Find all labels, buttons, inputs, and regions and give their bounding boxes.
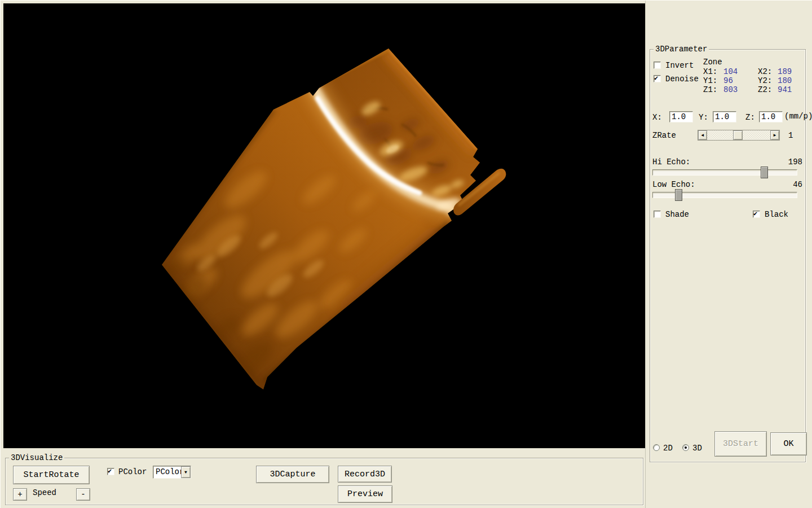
zone-y1-label: Y1: [703,76,717,85]
invert-label: Invert [665,61,694,70]
zrate-value: 1 [788,131,793,140]
capture3d-button[interactable]: 3DCapture [256,466,329,483]
mode-2d-radio[interactable] [653,444,660,451]
pcolor-checkbox[interactable] [107,468,114,475]
scale-x-label: X: [652,113,662,122]
hi-echo-slider[interactable] [652,165,797,180]
hi-echo-track[interactable] [652,169,797,176]
combo-dropdown-arrow-icon[interactable]: ▼ [181,466,191,478]
preview-button[interactable]: Preview [338,485,392,503]
low-echo-thumb[interactable] [675,189,682,201]
low-echo-slider[interactable] [652,188,797,203]
mode-2d-label: 2D [663,444,673,453]
zone-y2-label: Y2: [758,76,772,85]
application-window: 3DParameter Invert Denoise Zone X1: 104 … [0,0,812,508]
zone-x1-value: 104 [723,67,738,76]
denoise-checkbox[interactable] [654,75,661,82]
start-rotate-button[interactable]: StartRotate [13,466,90,484]
zone-title: Zone [703,58,722,67]
visualize-groupbox: 3DVisualize StartRotate PColor PColor ▼ … [5,458,643,505]
zrate-scrollbar[interactable]: ◄ ► [698,130,780,141]
zrate-track[interactable] [707,130,770,140]
scale-z-label: Z: [745,113,755,122]
zone-x2-value: 189 [778,67,792,76]
panel-divider [645,1,647,508]
ok-button[interactable]: OK [770,432,807,456]
pcolor-combobox[interactable]: PColor ▼ [153,466,191,479]
speed-plus-button[interactable]: + [13,488,27,501]
scale-y-label: Y: [699,113,708,122]
zone-y2-value: 180 [778,76,792,85]
zone-x2-label: X2: [758,67,772,76]
shade-checkbox[interactable] [654,211,661,218]
zrate-left-arrow-icon[interactable]: ◄ [698,130,707,140]
speed-label: Speed [33,488,56,497]
zrate-label: ZRate [652,131,676,140]
scale-x-input[interactable] [669,111,693,122]
parameter-groupbox: 3DParameter Invert Denoise Zone X1: 104 … [650,49,806,462]
pcolor-combo-value: PColor [153,466,181,478]
start3d-button[interactable]: 3DStart [714,431,767,457]
invert-checkbox[interactable] [654,62,661,69]
zone-z2-label: Z2: [758,85,772,94]
record3d-button[interactable]: Record3D [338,466,392,483]
speed-minus-button[interactable]: - [76,488,90,501]
scale-y-input[interactable] [713,111,736,122]
scale-unit-label: (mm/p) [784,112,812,121]
ultrasound-volume-image [3,3,645,448]
shade-label: Shade [665,210,689,219]
zrate-thumb[interactable] [733,130,743,140]
pcolor-label: PColor [118,467,147,476]
denoise-label: Denoise [665,75,699,84]
render-viewport[interactable] [3,3,645,448]
black-checkbox[interactable] [753,211,760,218]
mode-3d-radio[interactable] [682,444,689,451]
hi-echo-thumb[interactable] [761,167,768,178]
zone-z2-value: 941 [778,85,792,94]
low-echo-track[interactable] [652,192,797,198]
zone-y1-value: 96 [723,76,733,85]
visualize-group-title: 3DVisualize [9,453,64,462]
scale-z-input[interactable] [759,111,783,122]
parameter-group-title: 3DParameter [654,45,709,54]
black-label: Black [765,210,788,219]
zone-z1-value: 803 [723,85,738,94]
zone-z1-label: Z1: [703,85,717,94]
zrate-right-arrow-icon[interactable]: ► [770,130,779,140]
mode-3d-label: 3D [692,444,702,453]
zone-x1-label: X1: [703,67,717,76]
